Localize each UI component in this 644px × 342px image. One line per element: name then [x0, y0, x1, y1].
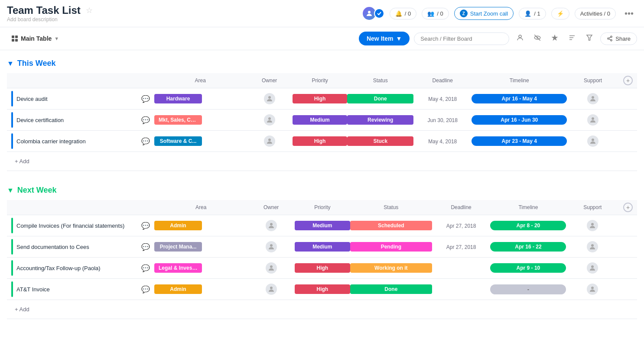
timeline-badge-1[interactable]: Apr 16 - Jun 30: [472, 115, 567, 125]
timeline-cell-2[interactable]: Apr 23 - May 4: [472, 131, 567, 152]
nw-support-avatar-2[interactable]: [587, 262, 598, 274]
add-col-btn-this-week[interactable]: +: [623, 76, 633, 85]
support-cell-1[interactable]: [567, 110, 619, 131]
nw-owner-cell-2[interactable]: [247, 258, 294, 279]
col-add-next-week[interactable]: +: [619, 200, 637, 215]
nw-owner-cell-1[interactable]: [247, 236, 294, 258]
nw-deadline-cell-2[interactable]: [432, 258, 491, 279]
owner-cell-2[interactable]: [246, 131, 293, 152]
nw-deadline-cell-1[interactable]: Apr 27, 2018: [432, 236, 491, 258]
nw-timeline-cell-1[interactable]: Apr 16 - 22: [490, 236, 566, 258]
priority-badge-1[interactable]: Medium: [293, 115, 347, 125]
nw-task-name-0[interactable]: Compile Invoices (For financial statemen…: [16, 223, 124, 229]
timeline-badge-0[interactable]: Apr 16 - May 4: [472, 94, 567, 103]
nw-owner-avatar-1[interactable]: [266, 241, 277, 252]
share-btn[interactable]: Share: [600, 32, 637, 45]
nw-status-cell-0[interactable]: Scheduled: [350, 215, 432, 236]
area-badge-2[interactable]: Software & C...: [154, 136, 202, 146]
nw-comment-icon-1[interactable]: 💬: [141, 243, 150, 251]
nw-status-badge-3[interactable]: Done: [350, 284, 432, 294]
nw-priority-badge-0[interactable]: Medium: [295, 221, 350, 230]
person-filter-btn[interactable]: [514, 32, 527, 45]
status-cell-1[interactable]: Reviewing: [347, 110, 413, 131]
new-item-btn[interactable]: New Item ▼: [359, 32, 410, 45]
status-badge-2[interactable]: Stuck: [347, 136, 413, 146]
status-cell-2[interactable]: Stuck: [347, 131, 413, 152]
nw-area-cell-2[interactable]: Legal & Invest...: [154, 258, 247, 279]
owner-cell-1[interactable]: [246, 110, 293, 131]
nw-timeline-cell-2[interactable]: Apr 9 - 10: [490, 258, 566, 279]
nw-area-badge-2[interactable]: Legal & Invest...: [154, 263, 202, 273]
nw-timeline-badge-1[interactable]: Apr 16 - 22: [490, 242, 566, 252]
comment-icon-1[interactable]: 💬: [141, 116, 150, 124]
nw-status-badge-1[interactable]: Pending: [350, 242, 432, 252]
priority-badge-2[interactable]: High: [293, 136, 347, 146]
priority-cell-2[interactable]: High: [293, 131, 347, 152]
priority-cell-0[interactable]: High: [293, 88, 347, 110]
nw-owner-avatar-3[interactable]: [266, 284, 277, 295]
nw-priority-badge-3[interactable]: High: [295, 284, 350, 294]
nw-deadline-cell-3[interactable]: [432, 279, 491, 300]
add-col-btn-next-week[interactable]: +: [623, 203, 633, 212]
nw-timeline-cell-0[interactable]: Apr 8 - 20: [490, 215, 566, 236]
nw-timeline-badge-3[interactable]: -: [490, 284, 566, 294]
add-item-btn-this-week[interactable]: + Add: [11, 156, 633, 166]
deadline-cell-0[interactable]: May 4, 2018: [413, 88, 472, 110]
nw-status-cell-1[interactable]: Pending: [350, 236, 432, 258]
nw-comment-icon-2[interactable]: 💬: [141, 264, 150, 272]
nw-support-avatar-0[interactable]: [587, 220, 598, 231]
area-badge-0[interactable]: Hardware: [154, 94, 202, 103]
hide-btn[interactable]: [531, 32, 544, 45]
nw-deadline-cell-0[interactable]: Apr 27, 2018: [432, 215, 491, 236]
nw-priority-cell-0[interactable]: Medium: [295, 215, 350, 236]
nw-timeline-cell-3[interactable]: -: [490, 279, 566, 300]
area-cell-0[interactable]: Hardware: [154, 88, 246, 110]
comment-icon-0[interactable]: 💬: [141, 95, 150, 103]
owner-cell-0[interactable]: [246, 88, 293, 110]
nw-status-cell-3[interactable]: Done: [350, 279, 432, 300]
nw-priority-cell-3[interactable]: High: [295, 279, 350, 300]
owner-avatar-2[interactable]: [264, 136, 275, 147]
nw-area-cell-3[interactable]: Admin: [154, 279, 247, 300]
sort-btn[interactable]: [566, 32, 579, 45]
nw-timeline-badge-0[interactable]: Apr 8 - 20: [490, 221, 566, 230]
nw-area-cell-0[interactable]: Admin: [154, 215, 247, 236]
nw-comment-icon-3[interactable]: 💬: [141, 285, 150, 294]
area-badge-1[interactable]: Mkt, Sales, Cu...: [154, 115, 202, 125]
nw-owner-cell-3[interactable]: [247, 279, 294, 300]
nw-status-badge-0[interactable]: Scheduled: [350, 221, 432, 230]
nw-task-name-2[interactable]: Accounting/Tax Follow-up (Paola): [16, 265, 101, 271]
nw-priority-cell-2[interactable]: High: [295, 258, 350, 279]
timeline-cell-1[interactable]: Apr 16 - Jun 30: [472, 110, 567, 131]
nw-task-name-1[interactable]: Send documentation to Cees: [16, 244, 89, 250]
timeline-cell-0[interactable]: Apr 16 - May 4: [472, 88, 567, 110]
activities-btn[interactable]: Activities / 0: [575, 8, 616, 19]
deadline-cell-1[interactable]: Jun 30, 2018: [413, 110, 472, 131]
nw-support-cell-3[interactable]: [566, 279, 619, 300]
filter-btn[interactable]: [583, 32, 596, 45]
nw-priority-badge-2[interactable]: High: [295, 263, 350, 273]
star-icon[interactable]: ☆: [86, 6, 93, 15]
area-cell-2[interactable]: Software & C...: [154, 131, 246, 152]
col-add-this-week[interactable]: +: [619, 73, 637, 88]
main-table-btn[interactable]: Main Table ▼: [7, 32, 63, 45]
nw-support-avatar-1[interactable]: [587, 241, 598, 252]
nw-status-cell-2[interactable]: Working on it: [350, 258, 432, 279]
members-btn[interactable]: 👤 / 1: [519, 8, 546, 19]
group-toggle-next-week[interactable]: ▼: [7, 187, 14, 194]
nw-owner-avatar-2[interactable]: [266, 262, 277, 274]
board-subtitle[interactable]: Add board description: [7, 16, 93, 23]
owner-avatar-1[interactable]: [264, 114, 275, 126]
automations-btn[interactable]: ⚡: [551, 8, 569, 19]
support-avatar-1[interactable]: [587, 114, 598, 126]
timeline-badge-2[interactable]: Apr 23 - May 4: [472, 136, 567, 146]
add-item-btn-next-week[interactable]: + Add: [11, 304, 633, 314]
nw-support-cell-1[interactable]: [566, 236, 619, 258]
nw-timeline-badge-2[interactable]: Apr 9 - 10: [490, 263, 566, 273]
nw-task-name-3[interactable]: AT&T Invoice: [16, 286, 50, 293]
guest-btn[interactable]: 👥 / 0: [422, 8, 449, 19]
nw-owner-cell-0[interactable]: [247, 215, 294, 236]
support-cell-0[interactable]: [567, 88, 619, 110]
status-badge-0[interactable]: Done: [347, 94, 413, 103]
nw-area-cell-1[interactable]: Project Mana...: [154, 236, 247, 258]
